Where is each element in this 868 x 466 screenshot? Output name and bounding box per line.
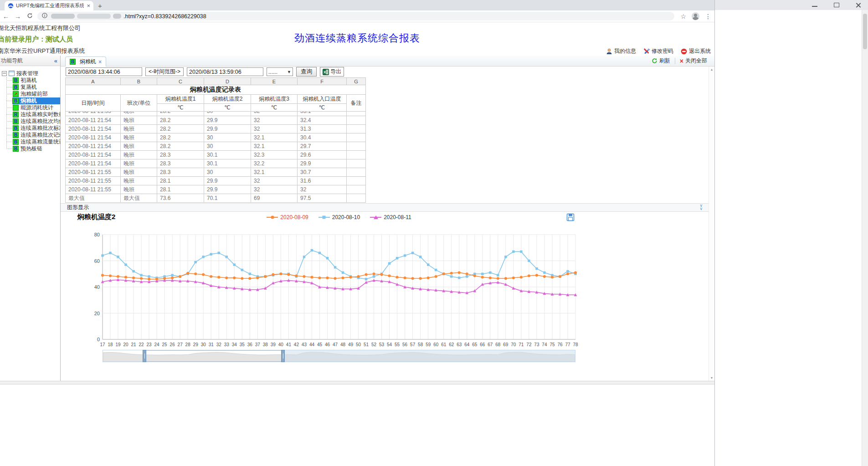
end-time-input[interactable]	[187, 67, 263, 76]
sidebar-tree-items: B初蒸机B复蒸机↗泡粮罐前部B焖粮机能源消耗统计R连续蒸粮实时数据B连续蒸粮批次…	[2, 77, 60, 152]
tree-connector	[6, 87, 12, 87]
page-header: 湖北天恒凯程系统工程有限公司 当前登录用户：测试人员 劲酒连续蒸粮系统综合报表 …	[0, 22, 714, 56]
collapse-chevron-icon[interactable]: ∨∨	[699, 204, 703, 210]
tree-expander-icon[interactable]	[2, 71, 7, 76]
legend-label: 2020-08-10	[332, 214, 360, 220]
url-bar[interactable]: .html?xyz=0.8339242686229038	[37, 12, 674, 20]
sidebar-item-焖粮机[interactable]: B焖粮机	[2, 97, 60, 104]
forward-icon[interactable]: →	[12, 13, 24, 20]
table-row: 2020-08-11 21:55晚班28.33032.130.7	[66, 168, 366, 177]
url-text: .html?xyz=0.8339242686229038	[123, 13, 206, 20]
save-chart-icon[interactable]	[566, 213, 575, 221]
new-tab-button[interactable]: +	[98, 2, 102, 10]
logout-label: 退出系统	[689, 47, 711, 55]
minimize-icon[interactable]	[812, 2, 818, 8]
cell: 32	[251, 112, 298, 116]
cell: 32.4	[298, 116, 347, 125]
tab-close-icon[interactable]: ×	[87, 3, 90, 9]
export-button[interactable]: X 导出	[320, 67, 344, 77]
tab-menliangji[interactable]: B 焖粮机 ×	[65, 56, 106, 67]
window-scrollbar[interactable]	[862, 10, 868, 466]
x-tick-label: 33	[224, 342, 230, 347]
tree-item-icon: B	[13, 84, 19, 90]
y-tick-label: 60	[94, 258, 100, 264]
legend-item-2020-08-10[interactable]: 2020-08-10	[318, 214, 360, 220]
sidebar-item-初蒸机[interactable]: B初蒸机	[2, 77, 60, 84]
y-tick-label: 0	[97, 337, 100, 342]
sidebar-item-连续蒸粮流量统计[interactable]: B连续蒸粮流量统计	[2, 138, 60, 145]
datazoom-window[interactable]	[144, 350, 283, 362]
datazoom-slider[interactable]	[103, 350, 575, 362]
x-tick-label: 69	[503, 342, 508, 347]
start-time-input[interactable]	[66, 67, 142, 76]
tab-close-icon[interactable]: ×	[98, 59, 102, 65]
x-tick-label: 57	[410, 342, 416, 347]
cell: 29.9	[204, 116, 251, 125]
x-tick-label: 45	[317, 342, 323, 347]
sidebar-item-连续蒸粮批次标准差[interactable]: B连续蒸粮批次标准差	[2, 125, 60, 132]
browser-menu-icon[interactable]: ⋮	[705, 13, 711, 20]
legend-item-2020-08-09[interactable]: 2020-08-09	[267, 214, 308, 220]
scroll-down-icon[interactable]: ▼	[709, 376, 714, 379]
scrollbar-thumb[interactable]	[863, 14, 867, 49]
sidebar-item-复蒸机[interactable]: B复蒸机	[2, 84, 60, 91]
x-tick-label: 22	[139, 342, 144, 347]
datazoom-handle-left[interactable]	[143, 350, 146, 362]
sidebar-root-node[interactable]: 报表管理	[2, 70, 60, 77]
filter-dropdown[interactable]: ...... ▼	[267, 67, 293, 76]
header-actions: 我的信息 修改密码 退出系统	[606, 47, 711, 55]
background-window	[715, 0, 868, 466]
reload-icon[interactable]	[24, 13, 36, 20]
query-button[interactable]: 查询	[296, 67, 317, 77]
table-row: 2020-08-11 21:54晚班28.330.132.229.9	[66, 159, 366, 168]
info-icon[interactable]	[42, 13, 47, 20]
sidebar-item-连续蒸粮批次记录[interactable]: B连续蒸粮批次记录	[2, 132, 60, 138]
sidebar-item-连续蒸粮批次均值[interactable]: B连续蒸粮批次均值	[2, 118, 60, 125]
close-all-icon: ×	[680, 58, 683, 64]
datazoom-handle-right[interactable]	[281, 350, 285, 362]
x-tick-label: 44	[309, 342, 315, 347]
sidebar-collapse-icon[interactable]: «	[54, 57, 57, 64]
change-password-label: 修改密码	[652, 47, 673, 55]
sidebar-item-连续蒸粮实时数据[interactable]: R连续蒸粮实时数据	[2, 111, 60, 118]
maximize-icon[interactable]	[833, 2, 840, 8]
tree-item-body: B焖粮机	[12, 97, 60, 104]
x-tick-label: 17	[100, 342, 105, 347]
cell: 32.2	[251, 159, 298, 168]
sidebar-header: 功能导航 «	[0, 56, 60, 66]
browser-tab[interactable]: URPT免编程工业通用报表系统 ×	[5, 1, 93, 10]
scroll-up-icon[interactable]: ▲	[709, 68, 714, 71]
close-all-button[interactable]: × 关闭全部	[680, 57, 707, 65]
content-scrollbar[interactable]: ▲ ▼	[709, 67, 714, 381]
sidebar-item-预热板链[interactable]: B预热板链	[2, 145, 60, 152]
url-redacted-segment	[77, 14, 111, 19]
logout-button[interactable]: 退出系统	[681, 47, 711, 55]
tree-item-icon: ↗	[13, 91, 19, 97]
tab-label: 焖粮机	[80, 58, 96, 66]
tree-item-icon	[13, 105, 19, 111]
main-panel: B 焖粮机 × 刷新 × 关闭全部	[61, 56, 714, 381]
tree-connector	[6, 149, 12, 149]
chart-legend: 2020-08-092020-08-102020-08-11	[103, 214, 575, 220]
cell: 70.1	[204, 194, 251, 203]
back-icon[interactable]: ←	[0, 13, 12, 20]
cell	[347, 177, 366, 185]
close-icon[interactable]	[855, 2, 862, 8]
sidebar-item-泡粮罐前部[interactable]: ↗泡粮罐前部	[2, 91, 60, 97]
my-info-button[interactable]: 我的信息	[606, 47, 636, 55]
bottom-scroll-strip[interactable]	[0, 381, 714, 384]
cell: 33.1	[298, 112, 347, 116]
cell: 2020-08-11 21:55	[66, 185, 121, 194]
change-password-button[interactable]: 修改密码	[643, 47, 673, 55]
tree-connector	[6, 101, 12, 101]
cell: 28.2	[157, 142, 204, 151]
table-body: 2020-08-11 21:53晚班28.2303233.12020-08-11…	[66, 112, 366, 203]
x-tick-label: 36	[247, 342, 253, 347]
bookmark-star-icon[interactable]: ☆	[680, 13, 686, 20]
header-inlet: 焖粮机入口温度	[298, 95, 347, 104]
report-table-container: A B C D E F G 焖粮机温度记录表 日期/时间	[65, 77, 366, 203]
refresh-button[interactable]: 刷新	[652, 57, 670, 65]
profile-avatar[interactable]	[692, 12, 699, 20]
legend-item-2020-08-11[interactable]: 2020-08-11	[370, 214, 411, 220]
sidebar-item-能源消耗统计[interactable]: 能源消耗统计	[2, 104, 60, 111]
